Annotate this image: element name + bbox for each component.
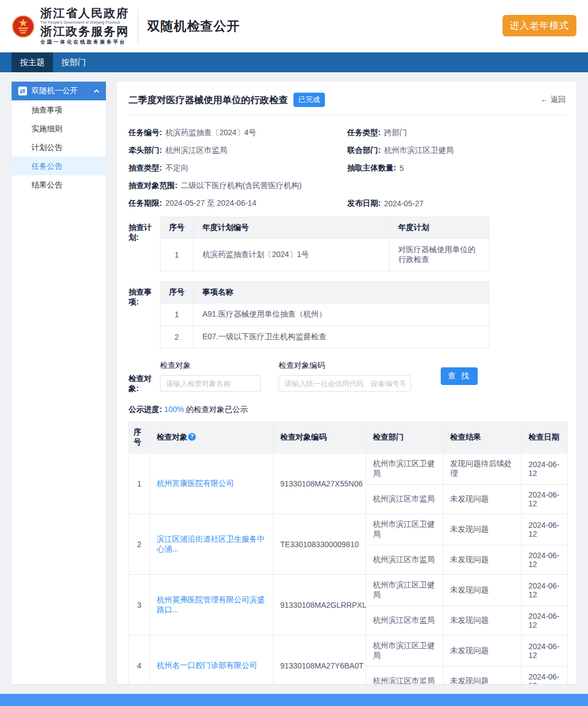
target-name-label: 检查对象 [160,361,261,371]
inspection-target-link[interactable]: 杭州宾康医院有限公司 [157,479,234,488]
target-code-input[interactable] [279,375,411,392]
sidebar-item-plan-announcement[interactable]: 计划公告 [12,138,106,157]
portal-name: 浙江政务服务网 [40,26,129,38]
col-no-header: 序号 [129,422,150,453]
col-name-header: 检查对象? [150,422,274,453]
detail-joint-dept: 联合部门:杭州市滨江区卫健局 [348,142,566,159]
footer-bar [0,694,588,706]
detail-publish-date: 发布日期:2024-05-27 [348,195,566,212]
items-section-label: 抽查事项: [129,281,160,349]
inspection-target-link[interactable]: 杭州英弗医院管理有限公司滨盛路口... [157,595,265,614]
plan-table: 序号 年度计划编号 年度计划 1 杭滨药监抽查计划〔2024〕1号 对医疗器械使… [160,217,489,271]
target-code-label: 检查对象编码 [279,361,411,371]
page-header: 浙江省人民政府 The People's Government of Zheji… [0,0,588,52]
progress-percent: 100% [164,405,184,414]
task-details: 任务编号:杭滨药监抽查〔2024〕4号 任务类型:跨部门 牵头部门:杭州滨江区市… [129,124,566,212]
target-name-input[interactable] [160,375,261,392]
site-title: 双随机检查公开 [147,18,240,35]
search-section: 检查对象: 检查对象 检查对象编码 查 找 [129,361,566,394]
items-col-no: 序号 [161,282,194,303]
status-badge: 已完成 [293,93,325,107]
portal-tagline: 全国一体化在线政务服务平台 [40,40,129,45]
sidebar-item-result-announcement[interactable]: 结果公告 [12,175,106,194]
sidebar-item-implementation-rules[interactable]: 实施细则 [12,119,106,138]
chevron-up-icon [94,89,99,94]
items-table: 序号 事项名称 1 A91.医疗器械使用单位抽查（杭州） 2 E07.一级以下医… [160,281,489,349]
sidebar: ⇄ 双随机一公开 抽查事项 实施细则 计划公告 任务公告 结果公告 [12,82,106,684]
header-divider [138,9,138,44]
plan-section-label: 抽查计划: [129,217,160,271]
results-header-row: 序号 检查对象? 检查对象编码 检查部门 检查结果 检查日期 [129,422,568,453]
gov-name: 浙江省人民政府 [40,8,129,19]
detail-task-type: 任务类型:跨部门 [348,124,566,142]
sidebar-group-header[interactable]: ⇄ 双随机一公开 [12,82,106,100]
sidebar-group-title: 双随机一公开 [31,86,78,96]
target-code-field-group: 检查对象编码 [279,361,411,392]
col-code-header: 检查对象编码 [274,422,366,453]
table-row: 3 杭州英弗医院管理有限公司滨盛路口... 91330108MA2GLRRPXL… [129,575,568,606]
table-row: 1 杭州宾康医院有限公司 91330108MA27X55N06 杭州市滨江区卫健… [129,453,568,485]
title-separator [129,115,566,115]
detail-subject-count: 抽取主体数量:5 [348,159,566,177]
col-dept-header: 检查部门 [366,422,443,453]
detail-period: 任务期限:2024-05-27 至 2024-06-14 [129,195,348,212]
plan-col-plan-no: 年度计划编号 [194,217,389,239]
items-section: 抽查事项: 序号 事项名称 1 A91.医疗器械使用单位抽查（杭州） 2 E07… [129,281,566,349]
plan-row: 1 杭滨药监抽查计划〔2024〕1号 对医疗器械使用单位的行政检查 [161,239,489,271]
gov-name-en: The People's Government of Zhejiang Prov… [40,21,129,25]
back-link[interactable]: ← 返回 [541,95,566,105]
top-nav: 按主题 按部门 [0,52,588,72]
plan-section: 抽查计划: 序号 年度计划编号 年度计划 1 杭滨药监抽查计划〔2024〕1号 … [129,217,566,271]
detail-scope: 抽查对象范围:二级以下医疗机构(含民营医疗机构) [129,177,566,195]
publicity-progress: 公示进度: 100% 的检查对象已公示 [129,405,566,415]
help-icon[interactable]: ? [188,433,196,441]
detail-check-type: 抽查类型:不定向 [129,159,348,177]
back-link-label: 返回 [550,95,566,104]
inspection-target-link[interactable]: 杭州名一口腔门诊部有限公司 [157,661,257,670]
target-name-field-group: 检查对象 [160,361,261,392]
main-panel: 二季度对医疗器械使用单位的行政检查 已完成 ← 返回 任务编号:杭滨药监抽查〔2… [117,82,576,684]
detail-lead-dept: 牵头部门:杭州滨江区市监局 [129,142,348,159]
page-title: 二季度对医疗器械使用单位的行政检查 [129,94,288,106]
task-title-row: 二季度对医疗器械使用单位的行政检查 已完成 ← 返回 [129,93,566,107]
tab-by-department[interactable]: 按部门 [53,52,94,72]
items-col-name: 事项名称 [194,282,489,303]
plan-col-no: 序号 [161,217,194,239]
items-row: 2 E07.一级以下医疗卫生机构监督检查 [161,326,489,349]
sidebar-item-task-announcement[interactable]: 任务公告 [12,157,106,175]
results-table: 序号 检查对象? 检查对象编码 检查部门 检查结果 检查日期 1 杭州宾康医院有… [129,421,568,684]
detail-task-no: 任务编号:杭滨药监抽查〔2024〕4号 [129,124,348,142]
plan-col-plan-name: 年度计划 [389,217,489,239]
items-row: 1 A91.医疗器械使用单位抽查（杭州） [161,303,489,326]
search-section-label: 检查对象: [129,361,160,394]
search-button[interactable]: 查 找 [441,367,478,385]
elderly-mode-button[interactable]: 进入老年模式 [503,15,576,36]
table-row: 4 杭州名一口腔门诊部有限公司 91330108MA27Y6BA0T 杭州市滨江… [129,635,568,667]
double-random-icon: ⇄ [18,87,27,95]
table-row: 2 滨江区浦沿街道社区卫生服务中心浦... TE3301083300009810… [129,514,568,545]
national-emblem-logo [12,15,35,38]
inspection-target-link[interactable]: 滨江区浦沿街道社区卫生服务中心浦... [157,534,265,553]
content-area: ⇄ 双随机一公开 抽查事项 实施细则 计划公告 任务公告 结果公告 二季度对医疗… [0,72,588,694]
col-result-header: 检查结果 [443,422,522,453]
sidebar-item-inspection-items[interactable]: 抽查事项 [12,100,106,119]
tab-by-theme[interactable]: 按主题 [12,52,53,72]
gov-logo-text: 浙江省人民政府 The People's Government of Zheji… [40,8,129,45]
col-date-header: 检查日期 [522,422,568,453]
